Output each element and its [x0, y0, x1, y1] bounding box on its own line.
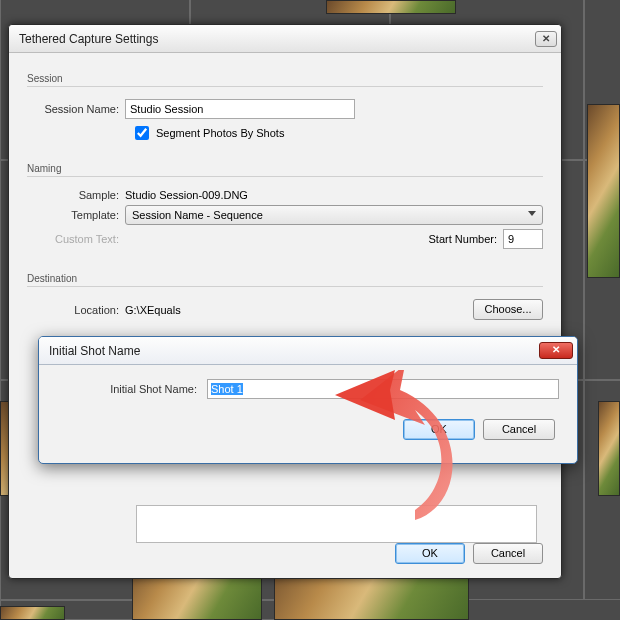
shot-name-value: Shot 1	[211, 383, 243, 395]
sample-label: Sample:	[27, 189, 125, 201]
tethered-capture-dialog: Tethered Capture Settings ✕ Session Sess…	[8, 24, 562, 579]
obscured-area	[136, 505, 537, 543]
start-number-label: Start Number:	[429, 233, 497, 245]
dialog-title: Tethered Capture Settings	[19, 32, 535, 46]
group-destination-label: Destination	[27, 269, 543, 287]
template-value: Session Name - Sequence	[132, 209, 263, 221]
template-select[interactable]: Session Name - Sequence	[125, 205, 543, 225]
close-icon[interactable]: ✕	[539, 342, 573, 359]
sample-value: Studio Session-009.DNG	[125, 189, 248, 201]
session-name-label: Session Name:	[27, 103, 125, 115]
choose-button[interactable]: Choose...	[473, 299, 543, 320]
cancel-button[interactable]: Cancel	[473, 543, 543, 564]
thumbnail[interactable]	[0, 606, 65, 620]
segment-photos-label: Segment Photos By Shots	[156, 127, 284, 139]
group-naming-label: Naming	[27, 159, 543, 177]
modal-titlebar[interactable]: Initial Shot Name ✕	[39, 337, 577, 365]
close-icon[interactable]: ✕	[535, 31, 557, 47]
session-name-input[interactable]	[125, 99, 355, 119]
dialog-titlebar[interactable]: Tethered Capture Settings ✕	[9, 25, 561, 53]
modal-cancel-button[interactable]: Cancel	[483, 419, 555, 440]
chevron-down-icon	[528, 211, 536, 216]
thumbnail[interactable]	[326, 0, 456, 14]
segment-photos-checkbox[interactable]	[135, 126, 149, 140]
location-value: G:\XEquals	[125, 304, 473, 316]
shot-name-input[interactable]: Shot 1	[207, 379, 559, 399]
ok-button[interactable]: OK	[395, 543, 465, 564]
modal-title: Initial Shot Name	[49, 344, 539, 358]
template-label: Template:	[27, 209, 125, 221]
location-label: Location:	[27, 304, 125, 316]
shot-name-label: Initial Shot Name:	[57, 383, 207, 395]
custom-text-label: Custom Text:	[27, 233, 125, 245]
modal-ok-button[interactable]: OK	[403, 419, 475, 440]
thumbnail[interactable]	[598, 401, 620, 496]
initial-shot-name-dialog: Initial Shot Name ✕ Initial Shot Name: S…	[38, 336, 578, 464]
thumbnail[interactable]	[587, 104, 620, 278]
group-session-label: Session	[27, 69, 543, 87]
start-number-input[interactable]	[503, 229, 543, 249]
